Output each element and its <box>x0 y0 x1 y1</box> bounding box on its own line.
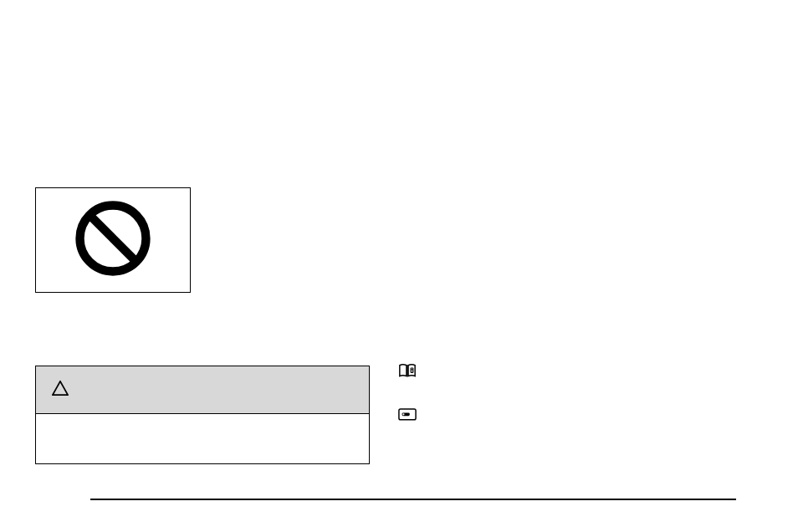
svg-point-9 <box>402 413 404 415</box>
card-icon <box>398 408 417 422</box>
prohibit-icon <box>74 199 152 281</box>
prohibit-symbol-box <box>35 187 191 293</box>
svg-rect-4 <box>412 370 412 372</box>
warning-triangle-icon <box>51 380 69 400</box>
svg-point-3 <box>412 368 412 369</box>
footer-divider <box>90 499 736 500</box>
svg-line-1 <box>91 217 136 261</box>
book-info-icon <box>398 363 417 378</box>
caution-box <box>35 366 370 464</box>
caution-body <box>36 414 369 463</box>
caution-header <box>36 366 369 414</box>
